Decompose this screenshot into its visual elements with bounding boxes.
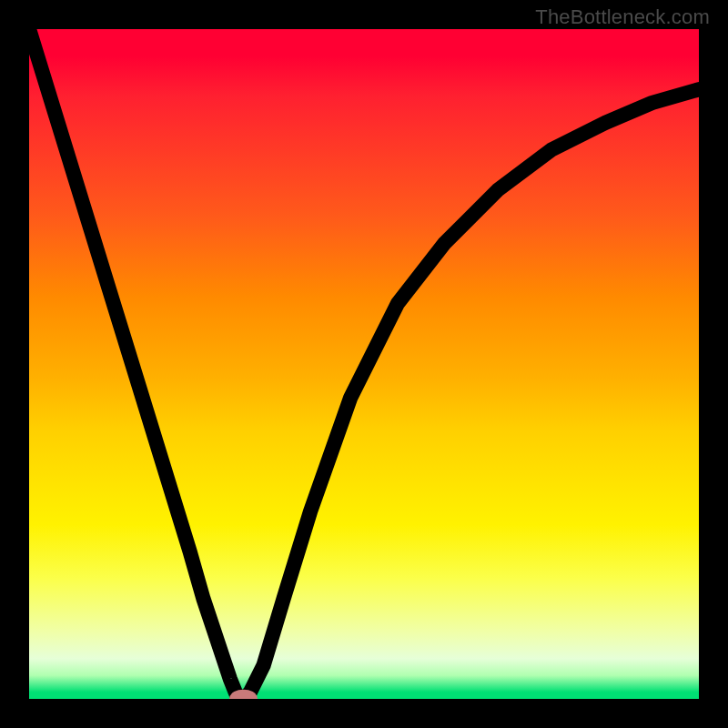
watermark-label: TheBottleneck.com xyxy=(535,5,710,29)
curve-line xyxy=(29,29,699,699)
minimum-marker xyxy=(233,693,255,699)
chart-svg xyxy=(29,29,699,699)
chart-container: TheBottleneck.com xyxy=(0,0,728,728)
plot-area xyxy=(29,29,699,699)
